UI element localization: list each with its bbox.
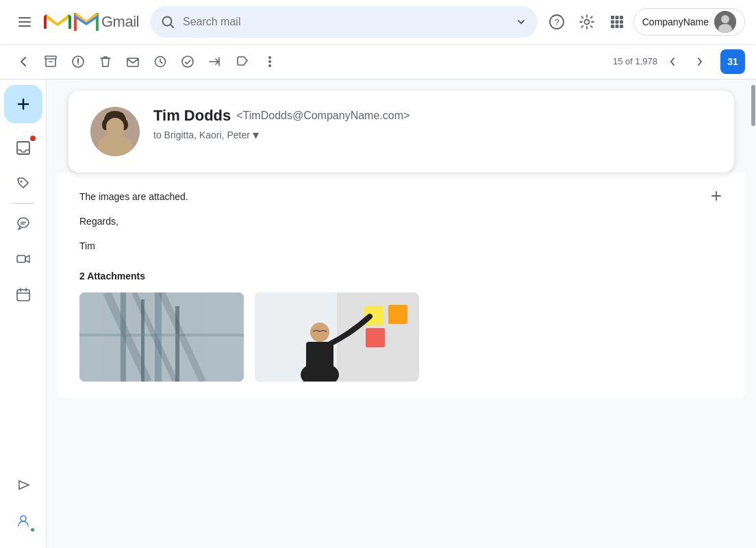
sidebar-item-video[interactable] (7, 242, 40, 275)
account-avatar-icon (714, 11, 736, 33)
sidebar-item-meet[interactable] (7, 469, 40, 501)
back-icon (16, 55, 30, 68)
svg-rect-35 (17, 256, 25, 262)
svg-point-33 (20, 181, 22, 183)
snooze-icon (153, 55, 167, 68)
svg-rect-36 (17, 290, 29, 301)
attachment-2-svg (255, 292, 419, 382)
email-body: The images are attached. Regards, Tim 2 … (58, 173, 745, 398)
spam-icon (71, 55, 85, 68)
svg-rect-1 (18, 21, 31, 23)
svg-rect-22 (45, 56, 56, 59)
expand-body-button[interactable] (704, 184, 729, 208)
account-button[interactable]: CompanyName (633, 8, 745, 36)
sidebar-item-tags[interactable] (7, 167, 40, 200)
svg-rect-16 (611, 25, 614, 28)
search-bar[interactable] (150, 6, 538, 38)
svg-rect-3 (44, 12, 71, 32)
account-name: CompanyName (642, 16, 709, 27)
attachments-row (79, 292, 723, 382)
sidebar-item-contacts[interactable] (7, 504, 40, 537)
hamburger-icon (18, 17, 31, 27)
next-email-button[interactable] (688, 49, 712, 74)
contacts-icon (16, 513, 31, 528)
body-line-3: Tim (79, 238, 723, 255)
scrollbar-thumb[interactable] (751, 85, 755, 126)
scrollbar-track[interactable] (751, 79, 756, 548)
sidebar-item-inbox[interactable] (7, 132, 40, 164)
logo-area: Gmail (44, 12, 139, 32)
compose-button[interactable] (4, 85, 42, 123)
meet-icon (16, 477, 31, 493)
sender-name-row: Tim Dodds <TimDodds@CompanyName.com> (153, 107, 410, 125)
snooze-button[interactable] (148, 49, 173, 74)
svg-point-9 (584, 20, 589, 25)
mark-done-button[interactable] (175, 49, 200, 74)
sidebar-item-calendar[interactable] (7, 278, 40, 311)
attachment-2-image (255, 292, 419, 382)
attachment-2[interactable] (255, 292, 419, 382)
sender-email-address: <TimDodds@CompanyName.com> (236, 110, 410, 122)
attachment-1-svg (79, 292, 244, 382)
attachments-label: 2 Attachments (79, 271, 723, 282)
email-area: Tim Dodds <TimDodds@CompanyName.com> to … (47, 79, 756, 548)
prev-email-button[interactable] (660, 49, 685, 74)
svg-rect-12 (620, 16, 623, 19)
video-icon (16, 251, 31, 266)
svg-point-39 (100, 140, 130, 156)
sidebar-item-chat[interactable] (7, 207, 40, 240)
main-layout: Tim Dodds <TimDodds@CompanyName.com> to … (0, 79, 756, 548)
svg-point-29 (268, 56, 271, 59)
delete-button[interactable] (93, 49, 118, 74)
recipients-dropdown-button[interactable]: ▾ (253, 127, 259, 142)
svg-point-60 (310, 323, 329, 342)
move-to-button[interactable] (203, 49, 227, 74)
gmail-m-icon (74, 13, 99, 31)
svg-point-20 (721, 15, 729, 23)
svg-rect-10 (611, 16, 614, 19)
svg-point-42 (102, 119, 109, 130)
sidebar-bottom (7, 469, 40, 548)
svg-rect-50 (79, 334, 244, 336)
svg-point-37 (21, 516, 26, 521)
sender-card: Tim Dodds <TimDodds@CompanyName.com> to … (68, 90, 734, 173)
next-icon (694, 55, 706, 68)
help-button[interactable]: ? (543, 8, 570, 36)
search-input[interactable] (183, 16, 507, 28)
label-button[interactable] (230, 49, 255, 74)
contacts-online-badge (29, 527, 36, 533)
attachment-1[interactable] (79, 292, 244, 382)
mark-unread-icon (126, 55, 140, 68)
svg-text:?: ? (554, 17, 559, 27)
spam-button[interactable] (66, 49, 90, 74)
svg-rect-17 (615, 25, 618, 28)
svg-rect-2 (18, 25, 31, 27)
calendar-icon (16, 287, 31, 302)
settings-button[interactable] (573, 8, 601, 36)
svg-rect-61 (306, 342, 333, 369)
plus-icon (709, 189, 723, 203)
attachment-1-image (79, 292, 244, 382)
more-button[interactable] (257, 49, 282, 74)
label-icon (236, 55, 249, 68)
archive-button[interactable] (38, 49, 63, 74)
chat-icon (16, 216, 31, 231)
svg-rect-0 (18, 17, 31, 18)
back-button[interactable] (11, 49, 36, 74)
svg-point-43 (121, 119, 128, 130)
svg-rect-15 (620, 21, 623, 24)
svg-rect-18 (620, 25, 623, 28)
apps-button[interactable] (603, 8, 631, 36)
toolbar: 15 of 1,978 31 (0, 44, 756, 79)
gmail-logo-text: Gmail (101, 13, 139, 31)
sidebar (0, 79, 47, 548)
svg-rect-11 (615, 16, 618, 19)
archive-icon (44, 55, 58, 68)
menu-button[interactable] (11, 8, 38, 36)
sender-info: Tim Dodds <TimDodds@CompanyName.com> to … (153, 107, 410, 142)
sender-avatar-illustration (90, 107, 140, 156)
mark-unread-button[interactable] (121, 49, 145, 74)
delete-icon (99, 55, 112, 68)
prev-icon (666, 55, 679, 68)
sender-to-row: to Brigitta, Kaori, Peter ▾ (153, 127, 410, 142)
